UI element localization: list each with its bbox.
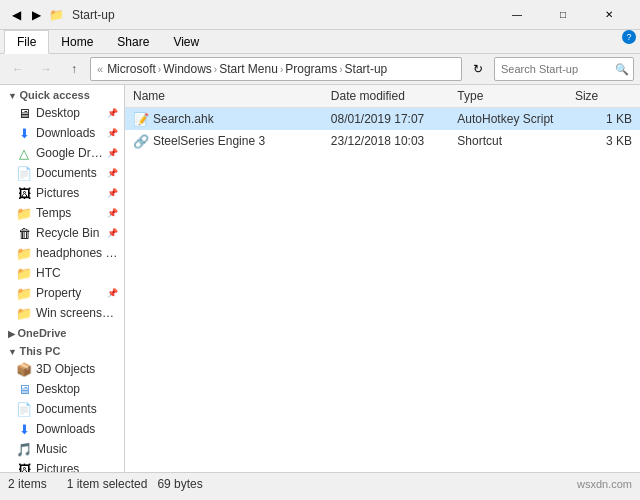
file-type: AutoHotkey Script	[449, 111, 567, 127]
pin-icon-dl: 📌	[107, 128, 118, 138]
sidebar-section-onedrive[interactable]: ▶ OneDrive	[0, 323, 124, 341]
sidebar: ▼ Quick access 🖥 Desktop 📌 ⬇ Downloads 📌…	[0, 85, 125, 472]
breadcrumb-startmenu[interactable]: Start Menu	[219, 62, 278, 76]
file-date: 08/01/2019 17:07	[323, 111, 450, 127]
expand-arrow-quickaccess: ▼	[8, 91, 19, 101]
col-header-date[interactable]: Date modified	[323, 87, 450, 105]
expand-arrow-onedrive: ▶	[8, 329, 18, 339]
pin-icon-gd: 📌	[107, 148, 118, 158]
help-icon[interactable]: ?	[622, 30, 636, 44]
sidebar-item-pictures-thispc[interactable]: 🖼 Pictures	[0, 459, 124, 472]
sidebar-item-music[interactable]: 🎵 Music	[0, 439, 124, 459]
file-icon-lnk: 🔗	[133, 133, 149, 149]
file-type-2: Shortcut	[449, 133, 567, 149]
downloads-thispc-icon: ⬇	[16, 421, 32, 437]
pictures-icon: 🖼	[16, 185, 32, 201]
table-row[interactable]: 🔗 SteelSeries Engine 3 23/12/2018 10:03 …	[125, 130, 640, 152]
window-controls: — □ ✕	[494, 0, 632, 30]
file-size-2: 3 KB	[567, 133, 640, 149]
addressbar: ← → ↑ « Microsoft › Windows › Start Menu…	[0, 54, 640, 85]
sidebar-item-documents-thispc[interactable]: 📄 Documents	[0, 399, 124, 419]
pin-icon-tmp: 📌	[107, 208, 118, 218]
tab-file[interactable]: File	[4, 30, 49, 54]
file-name-cell: 📝 Search.ahk	[125, 110, 323, 128]
file-name: Search.ahk	[153, 112, 214, 126]
watermark: wsxdn.com	[577, 478, 632, 490]
back-button[interactable]: ←	[6, 57, 30, 81]
titlebar-icons: ◀ ▶ 📁	[8, 7, 64, 23]
breadcrumb[interactable]: « Microsoft › Windows › Start Menu › Pro…	[90, 57, 462, 81]
table-row[interactable]: 📝 Search.ahk 08/01/2019 17:07 AutoHotkey…	[125, 108, 640, 130]
ribbon: File Home Share View ?	[0, 30, 640, 54]
maximize-button[interactable]: □	[540, 0, 586, 30]
col-header-type[interactable]: Type	[449, 87, 567, 105]
music-icon: 🎵	[16, 441, 32, 457]
sidebar-item-downloads-thispc[interactable]: ⬇ Downloads	[0, 419, 124, 439]
search-input[interactable]	[494, 57, 634, 81]
recyclebin-icon: 🗑	[16, 225, 32, 241]
sidebar-section-thispc[interactable]: ▼ This PC	[0, 341, 124, 359]
3dobjects-icon: 📦	[16, 361, 32, 377]
sidebar-item-desktop-thispc[interactable]: 🖥 Desktop	[0, 379, 124, 399]
sidebar-item-downloads[interactable]: ⬇ Downloads 📌	[0, 123, 124, 143]
window-title: Start-up	[72, 8, 494, 22]
pictures-thispc-icon: 🖼	[16, 461, 32, 472]
desktop-thispc-icon: 🖥	[16, 381, 32, 397]
file-name-2: SteelSeries Engine 3	[153, 134, 265, 148]
refresh-button[interactable]: ↻	[466, 57, 490, 81]
file-name-cell-2: 🔗 SteelSeries Engine 3	[125, 132, 323, 150]
downloads-icon: ⬇	[16, 125, 32, 141]
sidebar-section-quickaccess[interactable]: ▼ Quick access	[0, 85, 124, 103]
headphones-icon: 📁	[16, 245, 32, 261]
expand-arrow-thispc: ▼	[8, 347, 19, 357]
file-date-2: 23/12/2018 10:03	[323, 133, 450, 149]
close-button[interactable]: ✕	[586, 0, 632, 30]
col-header-size[interactable]: Size	[567, 87, 640, 105]
sidebar-item-property[interactable]: 📁 Property 📌	[0, 283, 124, 303]
ribbon-tabs: File Home Share View ?	[0, 30, 640, 53]
sidebar-item-desktop[interactable]: 🖥 Desktop 📌	[0, 103, 124, 123]
main-area: ▼ Quick access 🖥 Desktop 📌 ⬇ Downloads 📌…	[0, 85, 640, 472]
property-icon: 📁	[16, 285, 32, 301]
up-button[interactable]: ↑	[62, 57, 86, 81]
documents-icon: 📄	[16, 165, 32, 181]
folder-icon: 📁	[48, 7, 64, 23]
breadcrumb-programs[interactable]: Programs	[285, 62, 337, 76]
documents-thispc-icon: 📄	[16, 401, 32, 417]
back-icon: ◀	[8, 7, 24, 23]
breadcrumb-startup[interactable]: Start-up	[345, 62, 388, 76]
tab-home[interactable]: Home	[49, 30, 105, 53]
tab-view[interactable]: View	[161, 30, 211, 53]
statusbar: 2 items 1 item selected 69 bytes wsxdn.c…	[0, 472, 640, 494]
sidebar-item-htc[interactable]: 📁 HTC	[0, 263, 124, 283]
file-list: 📝 Search.ahk 08/01/2019 17:07 AutoHotkey…	[125, 108, 640, 472]
status-count: 2 items	[8, 477, 47, 491]
desktop-icon: 🖥	[16, 105, 32, 121]
pin-icon-rb: 📌	[107, 228, 118, 238]
sidebar-item-winscreenshots[interactable]: 📁 Win screenshots	[0, 303, 124, 323]
sidebar-item-temps[interactable]: 📁 Temps 📌	[0, 203, 124, 223]
titlebar: ◀ ▶ 📁 Start-up — □ ✕	[0, 0, 640, 30]
pin-icon: 📌	[107, 108, 118, 118]
sidebar-item-recyclebin[interactable]: 🗑 Recycle Bin 📌	[0, 223, 124, 243]
breadcrumb-windows[interactable]: Windows	[163, 62, 212, 76]
sidebar-item-headphones[interactable]: 📁 headphones not	[0, 243, 124, 263]
pin-icon-pic: 📌	[107, 188, 118, 198]
googledrive-icon: △	[16, 145, 32, 161]
tab-share[interactable]: Share	[105, 30, 161, 53]
sidebar-item-googledrive[interactable]: △ Google Drive 📌	[0, 143, 124, 163]
col-header-name[interactable]: Name	[125, 87, 323, 105]
htc-icon: 📁	[16, 265, 32, 281]
search-container: 🔍	[494, 57, 634, 81]
breadcrumb-microsoft[interactable]: Microsoft	[107, 62, 156, 76]
sidebar-item-3dobjects[interactable]: 📦 3D Objects	[0, 359, 124, 379]
status-selected: 1 item selected 69 bytes	[67, 477, 203, 491]
minimize-button[interactable]: —	[494, 0, 540, 30]
forward-icon: ▶	[28, 7, 44, 23]
forward-button[interactable]: →	[34, 57, 58, 81]
sidebar-item-pictures[interactable]: 🖼 Pictures 📌	[0, 183, 124, 203]
pin-icon-doc: 📌	[107, 168, 118, 178]
sidebar-item-documents[interactable]: 📄 Documents 📌	[0, 163, 124, 183]
file-icon-ahk: 📝	[133, 111, 149, 127]
winscreenshots-icon: 📁	[16, 305, 32, 321]
